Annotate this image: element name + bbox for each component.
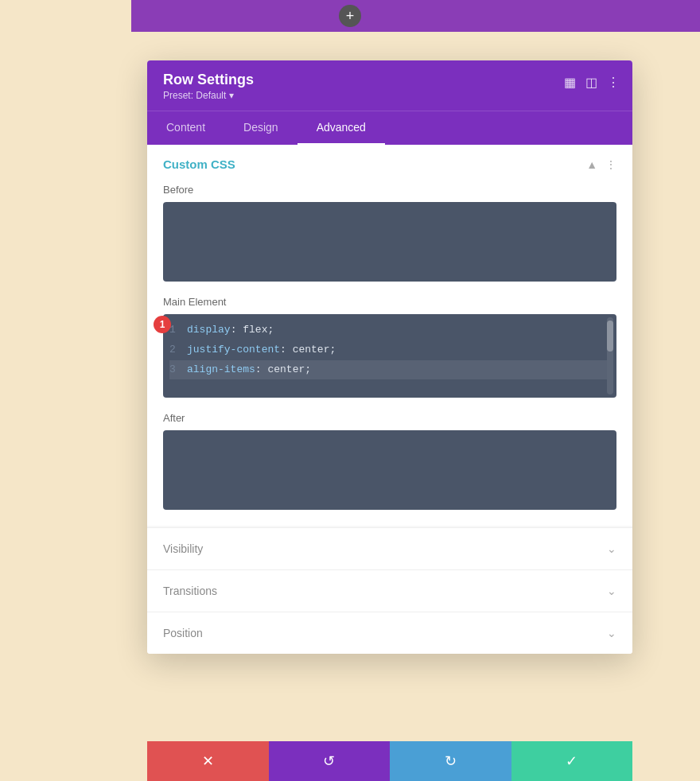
code-row-1: 1 display: flex; [169, 321, 607, 340]
code-row-3: 3 align-items: center; [169, 360, 607, 380]
cancel-button[interactable]: ✕ [147, 741, 269, 781]
footer: ✕ ↺ ↻ ✓ [147, 741, 632, 781]
code-content-2: justify-content: center; [187, 340, 607, 360]
modal-body: Custom CSS ▲ ⋮ Before Main Element 1 [147, 145, 632, 654]
section-more-icon[interactable]: ⋮ [605, 158, 616, 171]
position-title: Position [163, 627, 203, 639]
main-element-label: Main Element [163, 296, 616, 308]
scrollbar-thumb [607, 321, 613, 352]
main-element-code-editor[interactable]: 1 display: flex; 2 justify-content: cent… [163, 314, 616, 398]
after-label: After [163, 412, 616, 424]
visibility-header[interactable]: Visibility ⌄ [147, 528, 632, 569]
transitions-chevron: ⌄ [607, 585, 616, 597]
line-num-3: 3 [169, 360, 187, 380]
add-button[interactable]: + [339, 5, 361, 27]
custom-css-title: Custom CSS [163, 157, 235, 171]
code-content-3: align-items: center; [187, 360, 607, 380]
after-field: After [163, 412, 616, 510]
collapse-icon[interactable]: ▲ [586, 158, 597, 171]
undo-icon: ↺ [323, 752, 335, 770]
row-settings-modal: Row Settings Preset: Default ▾ ▦ ◫ ⋮ Con… [147, 60, 632, 654]
before-label: Before [163, 184, 616, 196]
plus-icon: + [346, 9, 355, 23]
redo-icon: ↻ [445, 752, 457, 770]
custom-css-header: Custom CSS ▲ ⋮ [147, 145, 632, 184]
line-num-1: 1 [169, 321, 187, 340]
cancel-icon: ✕ [202, 752, 214, 770]
position-section: Position ⌄ [147, 612, 632, 654]
code-row-2: 2 justify-content: center; [169, 340, 607, 360]
visibility-chevron: ⌄ [607, 542, 616, 555]
undo-button[interactable]: ↺ [269, 741, 391, 781]
tab-advanced[interactable]: Advanced [298, 111, 385, 145]
custom-css-section: Custom CSS ▲ ⋮ Before Main Element 1 [147, 145, 632, 526]
before-field: Before [163, 184, 616, 282]
transitions-header[interactable]: Transitions ⌄ [147, 570, 632, 612]
scrollbar[interactable] [607, 317, 613, 394]
modal-header-icons: ▦ ◫ ⋮ [564, 72, 620, 90]
before-code-area[interactable] [163, 202, 616, 282]
modal-preset[interactable]: Preset: Default ▾ [163, 90, 254, 101]
tab-design[interactable]: Design [224, 111, 298, 145]
transitions-title: Transitions [163, 585, 217, 597]
left-panel [0, 0, 131, 781]
columns-icon[interactable]: ◫ [585, 75, 597, 90]
fullscreen-icon[interactable]: ▦ [564, 75, 576, 90]
section-content: Before Main Element 1 1 display: flex; [147, 184, 632, 526]
position-header[interactable]: Position ⌄ [147, 612, 632, 654]
line-num-2: 2 [169, 340, 187, 360]
save-icon: ✓ [566, 752, 578, 770]
transitions-section: Transitions ⌄ [147, 569, 632, 612]
more-options-icon[interactable]: ⋮ [607, 75, 620, 90]
main-element-field: Main Element 1 1 display: flex; 2 [163, 296, 616, 398]
after-code-area[interactable] [163, 430, 616, 510]
visibility-title: Visibility [163, 542, 203, 555]
save-button[interactable]: ✓ [511, 741, 633, 781]
main-element-wrapper: 1 1 display: flex; 2 justify-content: ce… [163, 314, 616, 398]
code-content-1: display: flex; [187, 321, 607, 340]
redo-button[interactable]: ↻ [390, 741, 511, 781]
code-table: 1 display: flex; 2 justify-content: cent… [169, 321, 607, 379]
section-header-icons: ▲ ⋮ [586, 158, 616, 171]
modal-header-left: Row Settings Preset: Default ▾ [163, 72, 254, 101]
tab-content[interactable]: Content [147, 111, 224, 145]
visibility-section: Visibility ⌄ [147, 527, 632, 569]
modal-title: Row Settings [163, 72, 254, 88]
tabs: Content Design Advanced [147, 111, 632, 145]
position-chevron: ⌄ [607, 627, 616, 639]
error-badge: 1 [154, 316, 171, 333]
modal-header: Row Settings Preset: Default ▾ ▦ ◫ ⋮ [147, 60, 632, 111]
